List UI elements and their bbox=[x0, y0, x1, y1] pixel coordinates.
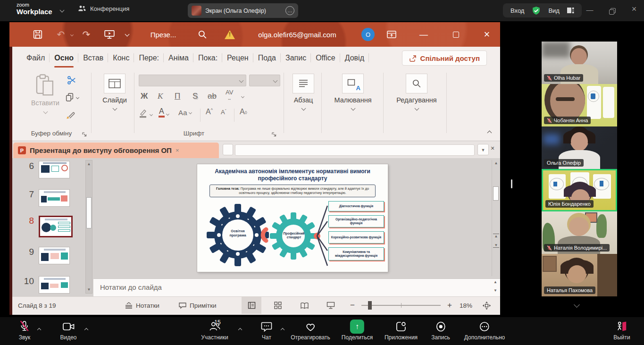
new-tab-button[interactable] bbox=[223, 144, 233, 155]
ribbon-tab-home[interactable]: Осно bbox=[50, 47, 78, 69]
slide-thumbnail[interactable] bbox=[39, 189, 70, 207]
ribbon-tab-view[interactable]: Пода bbox=[253, 47, 281, 69]
highlight-color-button[interactable] bbox=[139, 109, 152, 118]
chevron-down-icon[interactable] bbox=[60, 8, 65, 13]
window-minimize-button[interactable]: — bbox=[583, 6, 596, 14]
font-size-select[interactable] bbox=[249, 75, 280, 86]
ribbon-tab-office[interactable]: Office bbox=[311, 47, 340, 69]
leave-button[interactable]: Выйти bbox=[613, 320, 630, 341]
save-button[interactable] bbox=[28, 22, 47, 47]
ribbon-tab-insert[interactable]: Встав bbox=[78, 47, 108, 69]
editing-button[interactable]: Редагування bbox=[388, 74, 445, 111]
notes-scroll-up-icon[interactable]: ▲ bbox=[493, 280, 497, 284]
zoom-out-button[interactable]: − bbox=[350, 297, 355, 314]
record-button[interactable]: Запись bbox=[431, 320, 450, 341]
bold-button[interactable]: Ж bbox=[141, 92, 148, 101]
clipboard-dialog-launcher[interactable] bbox=[82, 132, 87, 137]
account-avatar[interactable]: O bbox=[359, 22, 377, 47]
ribbon-tab-transitions[interactable]: Пере: bbox=[134, 47, 164, 69]
document-title-short[interactable]: Презе... bbox=[144, 22, 182, 47]
video-options-chevron[interactable] bbox=[85, 325, 88, 333]
canvas-scrollbar-thumb[interactable] bbox=[493, 186, 499, 201]
redo-button[interactable]: ↷ bbox=[78, 22, 94, 47]
audio-button[interactable]: Звук bbox=[19, 320, 31, 341]
share-screen-button[interactable]: ↑ Поделиться bbox=[342, 320, 373, 341]
window-close-button[interactable]: × bbox=[627, 4, 641, 14]
participants-button[interactable]: 15 Участники bbox=[201, 320, 228, 341]
window-restore-button[interactable] bbox=[605, 7, 619, 15]
share-access-button[interactable]: Спільний доступ bbox=[402, 50, 487, 66]
change-case-button[interactable]: Аа bbox=[178, 109, 192, 117]
apps-button[interactable]: Приложения bbox=[385, 320, 418, 341]
strikethrough-button[interactable]: ab bbox=[208, 92, 217, 101]
editing-chevron[interactable] bbox=[414, 106, 419, 111]
audio-options-chevron[interactable] bbox=[38, 325, 41, 333]
zoom-in-button[interactable]: + bbox=[447, 297, 452, 314]
slideshow-view-button[interactable] bbox=[321, 297, 341, 314]
participant-video-natalya-pakhomova[interactable]: Наталья Пахомова bbox=[542, 254, 617, 296]
reading-view-button[interactable] bbox=[294, 297, 314, 314]
signin-button[interactable]: Вход bbox=[510, 7, 524, 14]
chat-options-chevron[interactable] bbox=[281, 325, 284, 333]
ribbon-tab-design[interactable]: Конс bbox=[108, 47, 134, 69]
font-dialog-launcher[interactable] bbox=[272, 132, 276, 137]
ppt-minimize-button[interactable]: — bbox=[414, 22, 433, 47]
tab-list-dropdown[interactable]: ▼ bbox=[477, 144, 489, 155]
undo-dropdown-chevron[interactable] bbox=[70, 33, 74, 36]
normal-view-button[interactable] bbox=[242, 297, 261, 314]
next-slide-button[interactable]: ▼ bbox=[493, 243, 499, 248]
ribbon-tab-file[interactable]: Файл bbox=[22, 47, 50, 69]
canvas-scrollbar[interactable]: ▲ ▲ ▼ bbox=[492, 160, 499, 276]
ribbon-tab-slideshow[interactable]: Пока: bbox=[193, 47, 222, 69]
zoom-slider[interactable] bbox=[361, 297, 441, 314]
participant-video-olga-olefir[interactable]: Ольга Олефір bbox=[542, 126, 617, 169]
participant-video-yuliya-bondarenko[interactable]: Юлія Бондаренко bbox=[542, 169, 617, 211]
fit-to-window-button[interactable] bbox=[482, 297, 491, 314]
zoom-slider-track[interactable] bbox=[361, 305, 441, 306]
thumbnail-row-8-selected[interactable]: 8 bbox=[18, 216, 73, 237]
text-shadow-button[interactable]: S bbox=[192, 92, 198, 101]
copy-dropdown-chevron[interactable] bbox=[76, 95, 79, 99]
shrink-font-button[interactable]: Аˇ bbox=[221, 109, 226, 116]
format-painter-button[interactable] bbox=[65, 110, 75, 120]
thumbnail-row-10[interactable]: 10 bbox=[18, 276, 70, 294]
paste-button[interactable]: Вставити bbox=[28, 74, 62, 115]
participants-options-chevron[interactable] bbox=[239, 325, 242, 333]
previous-slide-button[interactable]: ▲ bbox=[493, 234, 499, 238]
video-button[interactable]: Видео bbox=[60, 320, 76, 341]
font-name-select[interactable] bbox=[139, 75, 246, 86]
thumbnail-scrollbar[interactable]: ▲ ▼ bbox=[85, 160, 92, 294]
account-email[interactable]: olga.olefir65@gmail.com bbox=[241, 22, 354, 47]
ribbon-display-options-button[interactable] bbox=[383, 22, 400, 47]
slide-thumbnail[interactable] bbox=[39, 276, 70, 294]
comments-button[interactable]: Примітки bbox=[178, 297, 217, 314]
font-color-button[interactable]: А bbox=[159, 108, 169, 118]
scroll-up-icon[interactable]: ▲ bbox=[86, 162, 92, 166]
spacing-chevron[interactable] bbox=[241, 95, 244, 98]
scrollbar-thumb[interactable] bbox=[86, 197, 92, 228]
qat-dropdown-chevron[interactable] bbox=[125, 32, 130, 37]
slides-dropdown-chevron[interactable] bbox=[112, 106, 117, 111]
participant-video-chobanyan-anna[interactable]: Чобанян Анна bbox=[542, 84, 617, 126]
ellipsis-icon[interactable]: … bbox=[285, 6, 294, 15]
reactions-button[interactable]: Отреагировать bbox=[291, 320, 330, 341]
paste-dropdown-chevron[interactable] bbox=[43, 109, 48, 114]
chat-button[interactable]: Чат bbox=[261, 320, 272, 341]
document-tab[interactable]: P Презентаця до виступу обговорення ОП × bbox=[13, 143, 219, 158]
new-slide-button[interactable]: Слайди bbox=[96, 74, 133, 111]
ribbon-tab-animations[interactable]: Аніма bbox=[164, 47, 193, 69]
notes-toggle-button[interactable]: Нотатки bbox=[125, 297, 159, 314]
search-button[interactable] bbox=[194, 22, 210, 47]
participant-video-olha-hubar[interactable]: Olha Hubar bbox=[542, 42, 617, 84]
character-spacing-button[interactable]: AV↔ bbox=[226, 90, 233, 101]
collapse-ribbon-chevron[interactable] bbox=[487, 131, 492, 135]
slide-sorter-view-button[interactable] bbox=[268, 297, 288, 314]
drawing-button[interactable]: А Малювання bbox=[326, 74, 380, 111]
ribbon-tab-record[interactable]: Запис bbox=[281, 47, 311, 69]
thumbnail-row-7[interactable]: 7 bbox=[18, 189, 70, 207]
copy-button[interactable] bbox=[65, 93, 79, 102]
close-pane-icon[interactable]: × bbox=[491, 144, 494, 152]
clear-formatting-button[interactable]: А◊ bbox=[240, 108, 247, 116]
cut-button[interactable] bbox=[67, 76, 76, 85]
notes-scroll-down-icon[interactable]: ▼ bbox=[493, 288, 497, 293]
